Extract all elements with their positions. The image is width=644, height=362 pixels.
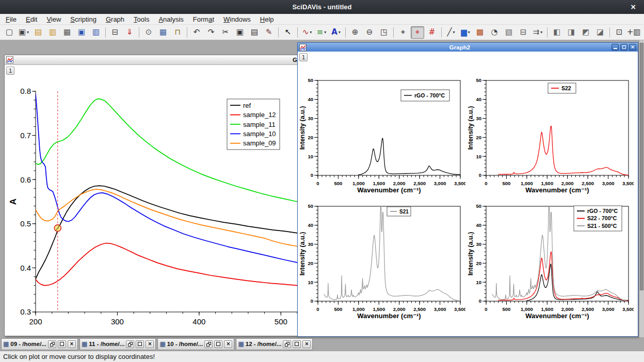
menu-analysis[interactable]: Analysis [154,15,188,24]
window-tab-12[interactable]: ▦12 - /home/...× [236,338,313,350]
plot-3d-scatter-button[interactable]: ◩ [579,26,592,39]
screen-capture-button[interactable]: ⊡ [613,26,626,39]
undo-button[interactable]: ↶ [190,26,203,39]
plot-special-button[interactable]: ≡▾ [315,26,328,39]
tab-maximize-button[interactable] [136,340,144,348]
x-tick-label: 500 [502,180,510,186]
redo-icon: ↷ [208,28,215,36]
plot-matrix-button[interactable]: ▩ [473,26,487,39]
menu-format[interactable]: Format [188,15,219,24]
x-tick-label: 3,500 [454,180,465,186]
graph2-titlebar[interactable]: Graph2 × [298,43,638,52]
zoom-out-button[interactable]: ⊖ [363,26,376,39]
y-tick-label: 0 [311,172,313,178]
new-table-button[interactable]: ▦ [156,26,170,39]
screen-reader-button[interactable]: ⌖ [396,26,410,39]
new-project-button[interactable]: ▢ [3,26,16,39]
open-template-button[interactable]: ▥ [46,26,59,39]
new-aspect-button[interactable]: ▣▾ [17,26,30,39]
tab-restore-button[interactable] [48,340,56,348]
tab-restore-button[interactable] [283,340,291,348]
app-close-icon[interactable]: × [629,2,638,11]
draw-arrow-button[interactable]: ╱▾ [444,26,458,39]
lock-button[interactable]: ⊓ [171,26,184,39]
import-ascii-button[interactable]: ▦ [60,26,74,39]
y-tick-label: 0.4 [20,264,31,272]
plot-pie-button[interactable]: ◔ [488,26,501,39]
window-tab-09[interactable]: ▦09 - /home/...× [1,338,78,350]
window-tab-11[interactable]: ▦11 - /home/...× [79,338,156,350]
app-titlebar[interactable]: SciDAVis - untitled × [0,0,644,14]
window-tab-10[interactable]: ▦10 - /home/...× [157,338,234,350]
plot-3d-ribbon-button[interactable]: ◪ [593,26,607,39]
zoom-in-button[interactable]: ⊕ [348,26,362,39]
export-pdf-button[interactable]: ⇓ [123,26,136,39]
plot-3d-surface-button[interactable]: ◧ [550,26,564,39]
y-tick-label: 50 [476,203,481,209]
x-tick-label: 0 [485,180,487,186]
tab-close-button[interactable]: × [224,340,232,348]
tab-maximize-button[interactable] [214,340,222,348]
copy-button[interactable]: ▣ [233,26,247,39]
menu-graph[interactable]: Graph [101,15,129,24]
absorbance-chart[interactable]: 2003004005000.30.40.50.60.70.8Arefsample… [5,65,299,339]
add-text-button[interactable]: A▾ [329,26,343,39]
graph2-close-button[interactable]: × [629,44,636,51]
print-button[interactable]: ⊟ [108,26,122,39]
cut-button[interactable]: ✂ [219,26,232,39]
plot-column-button[interactable]: ▆▾ [459,26,472,39]
graph1-titlebar[interactable]: Graph1 [5,55,298,65]
graph1-window[interactable]: Graph1 1 2003004005000.30.40.50.60.70.8A… [4,55,298,336]
tab-close-button[interactable]: × [302,340,311,348]
tab-restore-button[interactable] [204,340,213,348]
graph2-minimize-button[interactable] [611,44,619,51]
graph1-layer-button[interactable]: 1 [6,67,14,75]
x-tick-label: 2,000 [561,306,574,312]
series-rGO - 700°C [527,264,629,301]
menu-windows[interactable]: Windows [219,15,255,24]
plot-3d-wireframe-button[interactable]: ◨ [565,26,578,39]
pointer-button[interactable]: ↖ [281,26,295,39]
paste-button[interactable]: ▤ [248,26,261,39]
menu-file[interactable]: File [1,15,21,24]
select-range-button[interactable]: # [425,26,439,39]
tab-close-button[interactable]: × [68,340,76,348]
project-explorer-button[interactable]: ⊙ [142,26,155,39]
plot-box-button[interactable]: ⊟ [517,26,530,39]
tab-maximize-button[interactable] [58,340,66,348]
rescale-button[interactable]: ◳ [377,26,391,39]
data-reader-button[interactable]: ⌖ [411,26,424,39]
plot-line-button[interactable]: ∿▾ [300,26,314,39]
plot-3d-bar-button[interactable]: ▧ [502,26,516,39]
menu-help[interactable]: Help [255,15,279,24]
tab-close-button[interactable]: × [146,340,154,348]
tab-label: 09 - /home/... [10,341,46,347]
raman-chart-s22[interactable]: 05001,0001,5002,0002,5003,0003,500010203… [468,74,634,199]
toolbar-overflow-button[interactable]: » [641,28,644,36]
graph2-layer-button[interactable]: 1 [299,53,308,61]
menu-tools[interactable]: Tools [129,15,154,24]
save-template-button[interactable]: ▥ [89,26,103,39]
raman-chart-s21[interactable]: 05001,0001,5002,0002,5003,0003,500010203… [299,200,465,325]
redo-button[interactable]: ↷ [204,26,218,39]
new-project-icon: ▢ [6,28,13,36]
tab-restore-button[interactable] [126,340,134,348]
dropdown-arrow-icon: ▾ [540,30,542,35]
y-tick-label: 0.7 [20,131,31,140]
workspace-scrollbar[interactable] [639,40,644,337]
menu-edit[interactable]: Edit [21,15,42,24]
edit-button[interactable]: ✎ [262,26,276,39]
menu-view[interactable]: View [42,15,66,24]
scrollbar-thumb[interactable] [640,43,643,290]
save-project-button[interactable]: ▣ [75,26,88,39]
graph2-maximize-button[interactable] [620,44,627,51]
raman-chart-rgo[interactable]: 05001,0001,5002,0002,5003,0003,500010203… [299,74,465,199]
y-tick-label: 40 [308,222,313,228]
graph2-window[interactable]: Graph2 × 1 05001,0001,5002,0002,5003,000… [297,42,638,337]
menu-scripting[interactable]: Scripting [66,15,101,24]
add-column-button[interactable]: +▥ [627,26,640,39]
raman-chart-combined[interactable]: 05001,0001,5002,0002,5003,0003,500010203… [468,200,634,325]
open-project-button[interactable]: ▤ [31,26,45,39]
tab-maximize-button[interactable] [293,340,301,348]
plot-vector-button[interactable]: ⇉▾ [531,26,544,39]
